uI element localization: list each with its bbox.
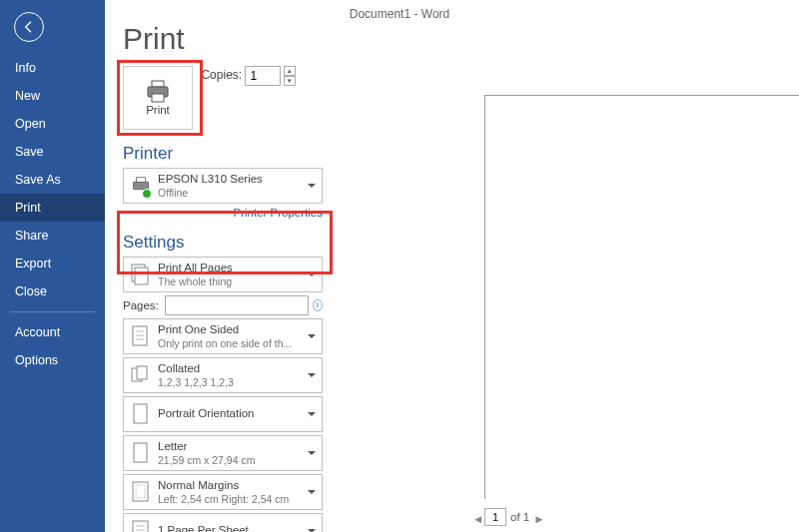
setting-print-scope[interactable]: Print All Pages The whole thing <box>123 257 323 292</box>
chevron-down-icon <box>308 409 318 419</box>
nav-close[interactable]: Close <box>0 277 105 305</box>
chevron-down-icon <box>308 526 318 532</box>
copies-down[interactable]: ▼ <box>284 76 296 86</box>
chevron-down-icon <box>308 269 318 279</box>
printer-name: EPSON L310 Series <box>158 173 308 186</box>
nav-account[interactable]: Account <box>0 318 105 346</box>
setting-pages-per-sheet[interactable]: 1 Page Per Sheet <box>123 513 323 532</box>
window-title: Document1 - Word <box>0 0 799 28</box>
chevron-down-icon <box>308 370 318 380</box>
setting-orientation[interactable]: Portrait Orientation <box>123 396 323 432</box>
nav-info[interactable]: Info <box>0 54 105 82</box>
print-button-label: Print <box>146 104 170 116</box>
nav-divider <box>10 311 95 312</box>
info-icon[interactable]: i <box>313 299 323 311</box>
nav-save-as[interactable]: Save As <box>0 166 105 194</box>
print-button[interactable]: Print <box>123 66 193 130</box>
setting-sided[interactable]: Print One Sided Only print on one side o… <box>123 318 323 354</box>
printer-device-icon <box>130 173 152 199</box>
svg-rect-0 <box>152 81 164 87</box>
copies-up[interactable]: ▲ <box>284 66 296 76</box>
copies-input[interactable] <box>245 66 281 86</box>
preview-page-nav: ◄ of 1 ► <box>472 508 541 526</box>
page-of-text: of 1 <box>510 511 529 523</box>
nav-save[interactable]: Save <box>0 138 105 166</box>
setting-margins[interactable]: Normal Margins Left: 2,54 cm Right: 2,54… <box>123 474 323 510</box>
pages-icon <box>130 262 152 287</box>
prev-page-button[interactable]: ◄ <box>472 513 480 521</box>
pages-label: Pages: <box>123 299 159 311</box>
print-panel: Print Print Copies: <box>105 0 799 532</box>
svg-rect-13 <box>137 366 147 379</box>
next-page-button[interactable]: ► <box>533 513 541 521</box>
status-ready-icon <box>142 189 152 199</box>
printer-selector[interactable]: EPSON L310 Series Offline <box>123 168 323 204</box>
svg-point-3 <box>164 89 166 91</box>
settings-section-title: Settings <box>123 233 329 253</box>
svg-rect-15 <box>134 443 147 462</box>
nav-share[interactable]: Share <box>0 222 105 250</box>
setting-paper-size[interactable]: Letter 21,59 cm x 27,94 cm <box>123 435 323 471</box>
page-number-input[interactable] <box>484 508 506 526</box>
nav-options[interactable]: Options <box>0 346 105 374</box>
chevron-down-icon <box>308 331 318 341</box>
nav-print[interactable]: Print <box>0 194 105 222</box>
svg-rect-2 <box>152 94 164 102</box>
portrait-icon <box>130 401 152 427</box>
nav-open[interactable]: Open <box>0 110 105 138</box>
margins-icon <box>130 479 152 505</box>
pages-per-sheet-icon <box>130 518 152 532</box>
chevron-down-icon <box>308 448 318 458</box>
svg-rect-14 <box>134 404 147 423</box>
svg-rect-7 <box>135 267 148 284</box>
pages-input[interactable] <box>165 295 309 315</box>
chevron-down-icon <box>308 487 318 497</box>
backstage-sidebar: Info New Open Save Save As Print Share E… <box>0 0 105 532</box>
setting-collate[interactable]: Collated 1,2,3 1,2,3 1,2,3 <box>123 357 323 393</box>
printer-icon <box>144 80 172 104</box>
chevron-down-icon <box>308 181 318 191</box>
copies-label: Copies: <box>201 68 242 82</box>
page-single-icon <box>130 323 152 349</box>
svg-rect-5 <box>137 178 146 183</box>
collate-icon <box>130 362 152 388</box>
printer-status: Offline <box>158 187 308 199</box>
paper-size-icon <box>130 440 152 466</box>
nav-new[interactable]: New <box>0 82 105 110</box>
printer-properties-link[interactable]: Printer Properties <box>123 207 323 219</box>
print-preview <box>484 95 799 499</box>
nav-export[interactable]: Export <box>0 250 105 277</box>
